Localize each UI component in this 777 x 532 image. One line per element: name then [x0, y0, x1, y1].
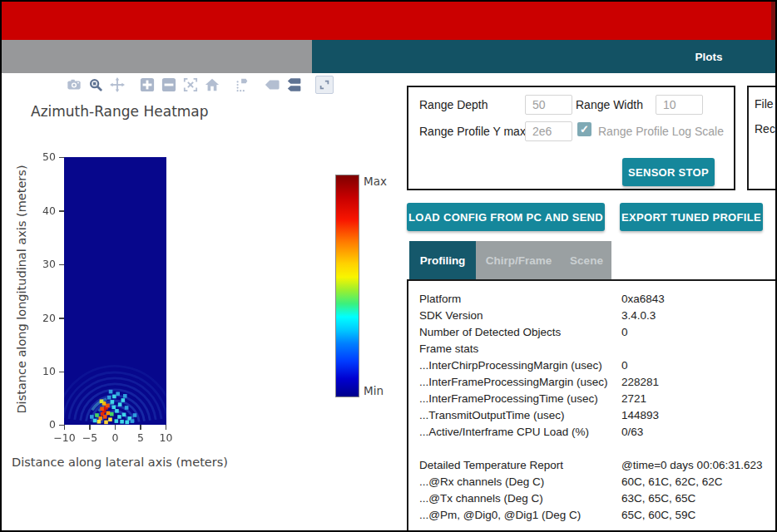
table-row: Frame stats: [408, 341, 777, 357]
colorbar-min-label: Min: [364, 384, 384, 397]
autoscale-icon[interactable]: [182, 76, 199, 93]
table-row: Detailed Temperature Report@time=0 days …: [408, 457, 777, 474]
hover-closest-icon[interactable]: [264, 76, 280, 93]
table-row: ...InterFrameProcessingMargin (usec)2282…: [408, 374, 777, 391]
zoom-in-icon[interactable]: [139, 76, 156, 93]
plot-controls-panel: Range Depth Range Width Range Profile Y …: [407, 86, 735, 190]
file-record-panel: File Rec: [747, 86, 777, 190]
tab-chirp-frame[interactable]: Chirp/Frame: [476, 241, 562, 279]
plot-title: Azimuth-Range Heatmap: [31, 103, 209, 120]
hover-compare-icon[interactable]: [285, 76, 302, 93]
x-axis-label: Distance along lateral axis (meters): [12, 456, 228, 469]
table-row: ...@Tx channels (Deg C)63C, 65C, 65C: [408, 490, 777, 507]
table-row: [408, 441, 777, 457]
table-row: SDK Version3.4.0.3: [408, 308, 777, 324]
nav-bar-left-gray: [0, 40, 312, 73]
range-width-input[interactable]: [656, 95, 703, 115]
table-row: ...InterChirpProcessingMargin (usec)0: [408, 357, 777, 374]
y-axis-label: Distance along longitudinal axis (meters…: [15, 165, 28, 414]
colorbar: [335, 175, 359, 397]
table-row: ...Active/Interframe CPU Load (%)0/63: [408, 424, 777, 441]
file-label: File: [755, 97, 774, 111]
banner-right-edge: [771, 2, 775, 40]
log-scale-checkbox[interactable]: ✓: [577, 122, 591, 136]
azimuth-range-heatmap[interactable]: [64, 157, 166, 425]
tab-plots[interactable]: Plots: [676, 40, 742, 73]
plot-modebar: [66, 76, 339, 93]
table-row: ...TransmitOutputTime (usec)144893: [408, 407, 777, 424]
table-row: Number of Detected Objects0: [408, 324, 777, 341]
tab-scene[interactable]: Scene: [562, 241, 611, 279]
range-profile-ymax-input[interactable]: [525, 121, 572, 141]
range-depth-input[interactable]: [525, 95, 572, 115]
sensor-stop-button[interactable]: SENSOR STOP: [622, 158, 715, 186]
top-banner: [0, 0, 777, 40]
fullscreen-icon[interactable]: [315, 76, 334, 94]
range-width-label: Range Width: [576, 98, 643, 111]
table-row: ...InterFrameProcessingTime (usec)2721: [408, 391, 777, 407]
info-tabbar: Profiling Chirp/Frame Scene: [409, 241, 611, 279]
zoom-icon[interactable]: [87, 76, 104, 93]
table-row: ...@Pm, @Dig0, @Dig1 (Deg C)65C, 60C, 59…: [408, 507, 777, 524]
export-profile-button[interactable]: EXPORT TUNED PROFILE: [620, 203, 763, 231]
pan-icon[interactable]: [109, 76, 126, 93]
home-icon[interactable]: [204, 76, 220, 93]
zoom-out-icon[interactable]: [161, 76, 177, 93]
profiling-table: Platform0xa6843SDK Version3.4.0.3Number …: [407, 279, 777, 532]
colorbar-max-label: Max: [364, 175, 387, 188]
tab-profiling[interactable]: Profiling: [409, 241, 476, 279]
table-row: Platform0xa6843: [408, 291, 777, 308]
camera-icon[interactable]: [66, 76, 82, 93]
record-label: Rec: [755, 122, 775, 135]
log-scale-label: Range Profile Log Scale: [598, 125, 724, 138]
range-profile-ymax-label: Range Profile Y max: [419, 125, 526, 138]
table-row: ...@Rx channels (Deg C)60C, 61C, 62C, 62…: [408, 474, 777, 490]
range-depth-label: Range Depth: [419, 98, 488, 111]
spikelines-icon[interactable]: [234, 76, 250, 93]
load-config-button[interactable]: LOAD CONFIG FROM PC AND SEND: [407, 203, 605, 231]
